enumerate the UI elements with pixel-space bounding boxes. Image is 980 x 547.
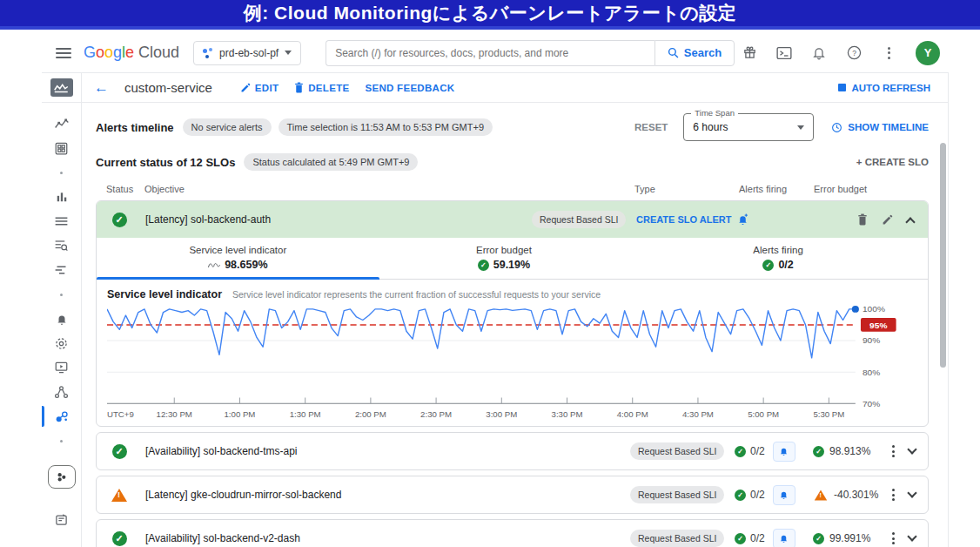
edit-button[interactable]: EDIT [240, 83, 279, 93]
reset-button[interactable]: RESET [634, 122, 668, 132]
tab-alerts-firing[interactable]: Alerts firing ✓0/2 [628, 238, 928, 279]
slo-objective: [Latency] sol-backend-auth [142, 213, 532, 226]
svg-text:90%: 90% [863, 336, 880, 346]
monitoring-product-icon[interactable] [50, 78, 73, 97]
show-timeline-button[interactable]: SHOW TIMELINE [831, 122, 929, 133]
svg-text:4:00 PM: 4:00 PM [617, 409, 648, 419]
nav-app-hub-icon[interactable] [48, 465, 76, 489]
nav-log-explorer-icon[interactable] [42, 233, 82, 258]
nav-topology-icon[interactable] [42, 380, 82, 404]
slo-objective: [Latency] gke-cloudrun-mirror-sol-backen… [142, 489, 630, 501]
bell-icon [779, 446, 789, 456]
edit-label: EDIT [255, 83, 279, 93]
collapse-chevron-icon[interactable] [905, 217, 915, 226]
row-overflow-menu-icon[interactable] [892, 445, 895, 457]
alert-bell-button[interactable] [773, 485, 795, 505]
alert-bell-button[interactable] [773, 529, 795, 547]
notifications-bell-icon[interactable] [811, 45, 827, 61]
main-panel: ← custom-service EDIT DELETE SEND FEEDBA… [82, 73, 949, 547]
user-avatar[interactable]: Y [916, 41, 940, 65]
nav-metrics-explorer-icon[interactable] [42, 111, 82, 136]
error-budget-value: 99.991% [829, 532, 870, 544]
error-budget-value: 59.19% [493, 259, 530, 271]
search-button[interactable]: Search [654, 40, 735, 66]
nav-more-dot[interactable] [42, 160, 82, 185]
slo-row[interactable]: ✓ [Availability] sol-backend-v2-dash Req… [96, 519, 929, 547]
search-input[interactable] [326, 40, 654, 66]
svg-text:2:30 PM: 2:30 PM [420, 409, 452, 419]
google-cloud-logo[interactable]: Google Cloud [84, 44, 179, 62]
tab-error-budget[interactable]: Error budget ✓59.19% [379, 238, 629, 279]
sli-type-badge: Request Based SLI [630, 442, 724, 460]
gcp-console: Google Cloud prd-eb-sol-pf Search [42, 33, 949, 547]
alerts-timeline-bar: Alerts timeline No service alerts Time s… [96, 113, 929, 141]
chevron-down-icon [285, 51, 292, 55]
chart-subtitle: Service level indicator represents the c… [232, 289, 601, 300]
expand-chevron-icon[interactable] [907, 488, 916, 497]
nav-integrations-icon[interactable] [42, 185, 82, 209]
delete-slo-icon[interactable] [857, 213, 868, 226]
alerts-timeline-label: Alerts timeline [96, 121, 174, 134]
nav-more-dot-3[interactable] [42, 429, 82, 453]
ok-status-icon: ✓ [735, 490, 746, 501]
logo-cloud: Cloud [138, 44, 179, 62]
tab-label: Service level indicator [97, 245, 379, 255]
nav-trace-icon[interactable] [42, 258, 82, 282]
vertical-scrollbar[interactable] [940, 143, 946, 368]
cloud-shell-icon[interactable] [776, 45, 792, 61]
bell-icon [779, 490, 789, 500]
svg-text:UTC+9: UTC+9 [107, 409, 134, 419]
auto-refresh-toggle[interactable]: AUTO REFRESH [838, 83, 930, 93]
nav-slo-services-icon[interactable] [42, 404, 82, 429]
tab-service-level-indicator[interactable]: Service level indicator 98.659% [97, 238, 379, 279]
time-span-label: Time Span [691, 108, 738, 118]
svg-text:3:00 PM: 3:00 PM [486, 409, 517, 419]
create-slo-button[interactable]: + CREATE SLO [856, 157, 929, 167]
alert-bell-button[interactable] [773, 442, 795, 462]
tab-label: Error budget [379, 245, 629, 255]
ok-status-icon: ✓ [735, 446, 746, 457]
chart-title: Service level indicator [107, 288, 222, 301]
ok-status-icon: ✓ [762, 260, 774, 271]
svg-text:95%: 95% [869, 321, 887, 330]
bell-icon [779, 533, 789, 544]
nav-dashboards-icon[interactable] [42, 136, 82, 160]
time-span-select[interactable]: Time Span 6 hours [683, 113, 814, 141]
ok-status-icon: ✓ [813, 446, 824, 457]
project-selector[interactable]: prd-eb-sol-pf [193, 41, 301, 65]
global-search: Search [326, 40, 735, 66]
expanded-slo-card: ✓ [Latency] sol-backend-auth Request Bas… [96, 200, 929, 427]
slo-row[interactable]: ✓ [Availability] sol-backend-tms-api Req… [96, 432, 929, 470]
nav-more-dot-2[interactable] [42, 282, 82, 307]
nav-uptime-checks-icon[interactable] [42, 331, 82, 355]
sli-line-chart[interactable]: 100%95%90%80%70%UTC+912:30 PM1:00 PM1:30… [107, 302, 917, 422]
svg-text:4:30 PM: 4:30 PM [682, 409, 714, 419]
time-selection-badge: Time selection is 11:53 AM to 5:53 PM GM… [279, 118, 493, 136]
send-feedback-button[interactable]: SEND FEEDBACK [365, 83, 454, 93]
expand-chevron-icon[interactable] [907, 444, 916, 454]
nav-logs-icon[interactable] [42, 209, 82, 233]
nav-alerting-bell-icon[interactable] [42, 307, 82, 331]
back-arrow-icon[interactable]: ← [94, 80, 109, 95]
overflow-menu-icon[interactable] [881, 45, 896, 61]
no-service-alerts-badge: No service alerts [183, 118, 272, 136]
slide-title: 例: Cloud Monitoringによるバーンレートアラートの設定 [244, 1, 737, 25]
page-toolbar: ← custom-service EDIT DELETE SEND FEEDBA… [82, 73, 948, 103]
warning-status-icon [111, 489, 127, 502]
svg-text:70%: 70% [863, 399, 880, 409]
edit-slo-icon[interactable] [882, 214, 893, 226]
help-icon[interactable]: ? [846, 45, 862, 61]
nav-synthetic-monitor-icon[interactable] [42, 355, 82, 380]
slo-row[interactable]: [Latency] gke-cloudrun-mirror-sol-backen… [96, 476, 929, 514]
ok-status-icon: ✓ [735, 533, 746, 544]
gift-icon[interactable] [742, 45, 757, 61]
nav-release-notes-icon[interactable] [42, 508, 82, 532]
hamburger-menu-icon[interactable] [56, 48, 71, 58]
slo-row-expanded[interactable]: ✓ [Latency] sol-backend-auth Request Bas… [97, 201, 928, 238]
col-type: Type [631, 184, 735, 194]
row-overflow-menu-icon[interactable] [892, 532, 895, 544]
create-slo-alert-button[interactable]: CREATE SLO ALERT [636, 213, 823, 226]
expand-chevron-icon[interactable] [907, 531, 916, 541]
delete-button[interactable]: DELETE [294, 82, 349, 93]
row-overflow-menu-icon[interactable] [892, 489, 895, 501]
